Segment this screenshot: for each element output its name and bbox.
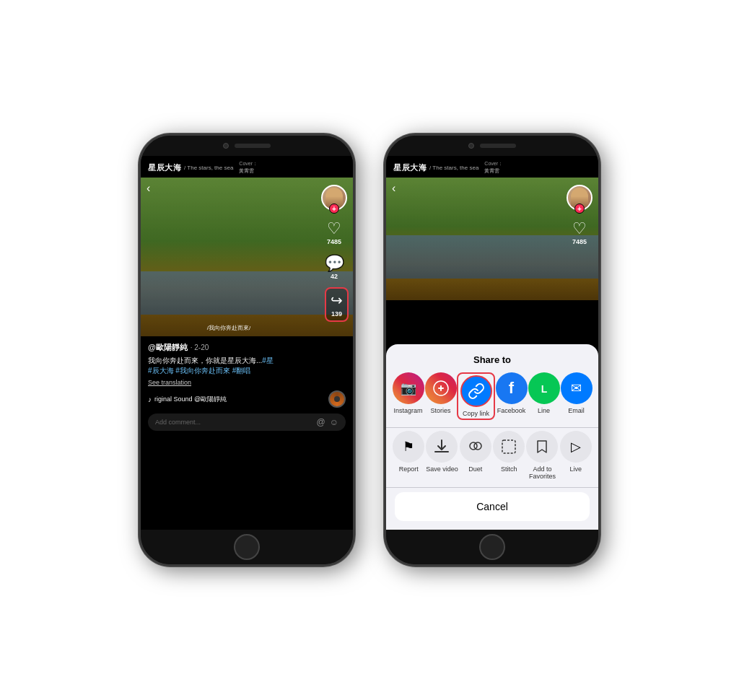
screen-right: 星辰大海 / The stars, the sea Cover： 黃霄雲 ‹ <box>386 156 598 530</box>
music-text-left: riginal Sound @歐陽靜純 <box>154 395 227 404</box>
live-label: Live <box>570 465 582 473</box>
share-second-row: ⚑ Report Save video <box>386 428 598 487</box>
stories-label: Stories <box>430 407 450 414</box>
share-item-stories[interactable]: Stories <box>424 372 457 420</box>
duet-label: Duet <box>468 465 482 473</box>
subtitle-bar-left: /我向你奔赴而來/ <box>141 324 317 332</box>
front-camera-left <box>223 143 229 149</box>
song-title-sub-left: / The stars, the sea <box>184 165 233 171</box>
video-area-left: ‹ + ♡ 7485 💬 42 <box>141 178 353 336</box>
share-item-duet[interactable]: Duet <box>459 431 492 480</box>
duet-icon <box>460 431 491 463</box>
share-item-favorites[interactable]: Add to Favorites <box>525 431 559 480</box>
caption-left: 我向你奔赴而來，你就是星辰大海...#星 #辰大海 #我向你奔赴而來 #翻唱 <box>148 356 346 376</box>
line-label: Line <box>538 407 550 414</box>
comment-icon-left: 💬 <box>325 255 344 271</box>
music-bar-left: ♪ riginal Sound @歐陽靜純 <box>148 390 346 408</box>
line-icon: L <box>528 372 560 404</box>
svg-point-4 <box>474 442 481 450</box>
share-item-line[interactable]: L Line <box>528 372 560 420</box>
video-area-right: ‹ + ♡ 7485 <box>386 178 598 300</box>
caption-line1-left: 我向你奔赴而來，你就是星辰大海...#星 <box>148 356 274 364</box>
right-actions-right: + ♡ 7485 <box>567 185 592 245</box>
right-phone: 星辰大海 / The stars, the sea Cover： 黃霄雲 ‹ <box>384 134 600 566</box>
heart-icon-left: ♡ <box>327 221 341 237</box>
at-icon-left[interactable]: @ <box>317 417 325 427</box>
home-button-left[interactable] <box>234 534 260 560</box>
post-date-left: · 2-20 <box>191 344 209 351</box>
song-title-main-right: 星辰大海 <box>393 162 427 173</box>
phone-top-bar-right <box>386 136 598 156</box>
music-disc-left <box>328 390 346 408</box>
avatar-plus-right: + <box>574 204 585 214</box>
email-label: Email <box>568 407 585 414</box>
heart-icon-right: ♡ <box>572 221 587 237</box>
phone-bottom-left <box>141 530 353 564</box>
instagram-label: Instagram <box>393 407 422 414</box>
share-item-facebook[interactable]: f Facebook <box>495 372 528 420</box>
back-button-left[interactable]: ‹ <box>147 182 150 195</box>
facebook-icon: f <box>496 372 528 404</box>
share-sheet-title: Share to <box>386 344 598 372</box>
share-sheet: Share to 📷 Instagram <box>386 344 598 530</box>
live-icon: ▷ <box>560 431 592 463</box>
caption-line2-left: #辰大海 #我向你奔赴而來 #翻唱 <box>148 367 250 375</box>
share-button-left[interactable]: ↪ 139 <box>325 287 349 322</box>
comment-placeholder-left: Add comment... <box>155 419 312 426</box>
home-button-right[interactable] <box>479 534 505 560</box>
comment-icons-left: @ ☺ <box>317 417 338 427</box>
copy-link-icon <box>460 375 492 407</box>
save-video-label: Save video <box>426 465 458 473</box>
separator-2 <box>386 487 598 488</box>
share-item-live[interactable]: ▷ Live <box>559 431 592 480</box>
svg-rect-5 <box>502 440 515 453</box>
share-item-stitch[interactable]: Stitch <box>492 431 525 480</box>
share-count-left: 139 <box>331 310 342 318</box>
email-icon: ✉ <box>561 372 592 404</box>
comment-bar-left[interactable]: Add comment... @ ☺ <box>148 414 346 431</box>
favorites-label: Add to Favorites <box>525 465 559 480</box>
report-label: Report <box>399 465 419 473</box>
favorites-icon <box>526 431 558 463</box>
report-icon: ⚑ <box>393 431 424 463</box>
speaker-right <box>480 144 516 148</box>
see-translation-left[interactable]: See translation <box>148 379 346 386</box>
music-note-left: ♪ <box>148 395 152 403</box>
song-cover-info-right: Cover： 黃霄雲 <box>484 160 503 175</box>
save-video-icon <box>426 431 458 463</box>
avatar-plus-left: + <box>329 204 339 214</box>
song-title-main-left: 星辰大海 <box>148 162 181 173</box>
share-item-instagram[interactable]: 📷 Instagram <box>392 372 424 420</box>
likes-action-right[interactable]: ♡ 7485 <box>572 221 587 245</box>
left-phone: 星辰大海 / The stars, the sea Cover： 黃霄雲 ‹ <box>139 134 355 566</box>
share-icon-left: ↪ <box>331 292 343 309</box>
phone-bottom-right <box>386 530 598 564</box>
share-item-save[interactable]: Save video <box>425 431 458 480</box>
cover-label-right: Cover： <box>484 160 503 167</box>
speaker-left <box>235 144 271 148</box>
share-icons-row: 📷 Instagram Stories <box>386 372 598 427</box>
screen-left: 星辰大海 / The stars, the sea Cover： 黃霄雲 ‹ <box>141 156 353 530</box>
facebook-label: Facebook <box>497 407 526 414</box>
emoji-icon-left[interactable]: ☺ <box>330 417 338 427</box>
song-cover-info-left: Cover： 黃霄雲 <box>239 160 258 175</box>
share-item-copy-link[interactable]: Copy link <box>457 372 495 420</box>
comments-count-left: 42 <box>331 273 338 280</box>
share-item-report[interactable]: ⚑ Report <box>392 431 425 480</box>
cancel-button[interactable]: Cancel <box>395 492 590 521</box>
front-camera-right <box>468 143 474 149</box>
back-button-right[interactable]: ‹ <box>392 182 395 195</box>
share-item-email[interactable]: ✉ Email <box>560 372 592 420</box>
copy-link-label: Copy link <box>463 410 489 417</box>
comments-action-left[interactable]: 💬 42 <box>325 255 344 280</box>
likes-count-right: 7485 <box>572 238 587 245</box>
username-left: @歐陽靜純 <box>148 342 188 353</box>
likes-action-left[interactable]: ♡ 7485 <box>327 221 341 245</box>
right-actions-left: + ♡ 7485 💬 42 <box>321 185 347 280</box>
avatar-container-left[interactable]: + <box>321 185 347 211</box>
avatar-container-right[interactable]: + <box>567 185 592 211</box>
stitch-label: Stitch <box>501 465 517 473</box>
instagram-icon: 📷 <box>393 372 424 404</box>
user-info-left: @歐陽靜純 · 2-20 <box>148 342 346 353</box>
phone-top-bar-left <box>141 136 353 156</box>
